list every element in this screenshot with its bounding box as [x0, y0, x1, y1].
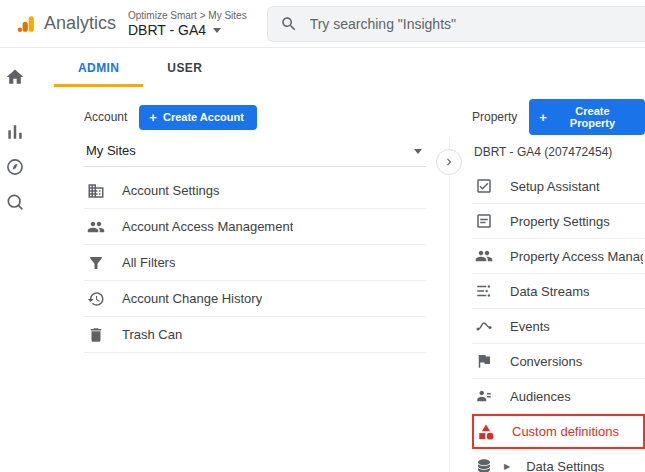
- account-item-trash-can[interactable]: Trash Can: [84, 317, 426, 353]
- topbar: Analytics Optimize Smart > My Sites DBRT…: [0, 0, 645, 48]
- account-item-account-settings[interactable]: Account Settings: [84, 173, 426, 209]
- expand-arrow-icon: ▶: [504, 462, 510, 471]
- account-selector-dropdown[interactable]: My Sites: [84, 143, 426, 167]
- tab-admin[interactable]: ADMIN: [54, 48, 143, 87]
- account-item-access-management[interactable]: Account Access Management: [84, 209, 426, 245]
- analytics-logo[interactable]: Analytics: [0, 12, 116, 36]
- create-property-label: Create Property: [553, 105, 632, 129]
- menu-item-label: All Filters: [122, 255, 175, 270]
- tab-user[interactable]: USER: [143, 48, 226, 87]
- history-icon: [86, 289, 106, 309]
- account-name: DBRT - GA4: [128, 22, 206, 38]
- dropdown-arrow-icon: [414, 149, 422, 154]
- app-name: Analytics: [44, 13, 116, 34]
- audiences-icon: [474, 386, 494, 406]
- menu-item-label: Property Settings: [510, 214, 610, 229]
- property-settings-icon: [474, 211, 494, 231]
- menu-item-label: Conversions: [510, 354, 582, 369]
- account-item-all-filters[interactable]: All Filters: [84, 245, 426, 281]
- admin-tabs: ADMIN USER: [30, 48, 645, 87]
- events-icon: [474, 316, 494, 336]
- breadcrumb: Optimize Smart > My Sites: [128, 10, 247, 21]
- left-nav: [0, 48, 30, 472]
- nav-home[interactable]: [2, 64, 28, 90]
- menu-item-label: Data Streams: [510, 284, 589, 299]
- filter-icon: [86, 253, 106, 273]
- create-account-button[interactable]: + Create Account: [139, 105, 256, 130]
- trash-icon: [86, 325, 106, 345]
- property-selector-value[interactable]: DBRT - GA4 (207472454): [472, 145, 645, 159]
- property-item-data-settings[interactable]: ▶ Data Settings: [472, 449, 645, 472]
- people-icon: [86, 217, 106, 237]
- menu-item-label: Data Settings: [526, 459, 604, 472]
- nav-reports[interactable]: [2, 119, 28, 145]
- nav-explore[interactable]: [2, 154, 28, 180]
- property-column: Property + Create Property DBRT - GA4 (2…: [472, 103, 645, 472]
- account-item-change-history[interactable]: Account Change History: [84, 281, 426, 317]
- menu-item-label: Account Access Management: [122, 219, 293, 234]
- data-streams-icon: [474, 281, 494, 301]
- home-icon: [5, 67, 25, 87]
- property-item-setup-assistant[interactable]: Setup Assistant: [472, 169, 645, 204]
- create-account-label: Create Account: [163, 111, 244, 123]
- chevron-down-icon: [213, 28, 221, 33]
- search-bar[interactable]: [267, 6, 645, 42]
- explore-icon: [5, 157, 25, 177]
- main-content: ADMIN USER Account + Create Account My S…: [30, 48, 645, 472]
- menu-item-label: Custom definitions: [512, 424, 619, 439]
- admin-panel: Account + Create Account My Sites: [30, 87, 645, 472]
- property-menu: Setup Assistant Property Settings Proper…: [472, 169, 645, 472]
- plus-icon: +: [149, 111, 157, 124]
- property-item-conversions[interactable]: Conversions: [472, 344, 645, 379]
- menu-item-label: Events: [510, 319, 550, 334]
- menu-item-label: Property Access Management: [510, 249, 643, 264]
- search-input[interactable]: [308, 15, 633, 33]
- data-settings-icon: [474, 456, 494, 472]
- menu-item-label: Account Change History: [122, 291, 262, 306]
- property-item-events[interactable]: Events: [472, 309, 645, 344]
- account-menu: Account Settings Account Access Manageme…: [84, 173, 426, 353]
- domain-icon: [86, 181, 106, 201]
- menu-item-label: Setup Assistant: [510, 179, 600, 194]
- property-column-label: Property: [472, 110, 517, 124]
- property-item-access-management[interactable]: Property Access Management: [472, 239, 645, 274]
- create-property-button[interactable]: + Create Property: [529, 99, 645, 135]
- chevron-right-icon: [442, 155, 456, 169]
- property-item-property-settings[interactable]: Property Settings: [472, 204, 645, 239]
- people-icon: [474, 246, 494, 266]
- advertising-icon: [5, 192, 25, 212]
- column-divider: [426, 103, 472, 472]
- plus-icon: +: [539, 111, 547, 124]
- flag-icon: [474, 351, 494, 371]
- property-item-custom-definitions[interactable]: Custom definitions: [472, 414, 645, 449]
- search-icon: [280, 15, 298, 33]
- reports-icon: [5, 122, 25, 142]
- property-item-data-streams[interactable]: Data Streams: [472, 274, 645, 309]
- menu-item-label: Trash Can: [122, 327, 182, 342]
- nav-advertising[interactable]: [2, 189, 28, 215]
- account-column-label: Account: [84, 110, 127, 124]
- collapse-column-button[interactable]: [436, 149, 462, 175]
- analytics-logo-icon: [16, 12, 37, 36]
- property-item-audiences[interactable]: Audiences: [472, 379, 645, 414]
- account-switcher[interactable]: Optimize Smart > My Sites DBRT - GA4: [128, 10, 247, 38]
- menu-item-label: Audiences: [510, 389, 571, 404]
- custom-definitions-icon: [476, 422, 496, 442]
- account-column: Account + Create Account My Sites: [84, 103, 426, 472]
- menu-item-label: Account Settings: [122, 183, 220, 198]
- setup-assistant-icon: [474, 176, 494, 196]
- account-selector-value: My Sites: [86, 143, 136, 158]
